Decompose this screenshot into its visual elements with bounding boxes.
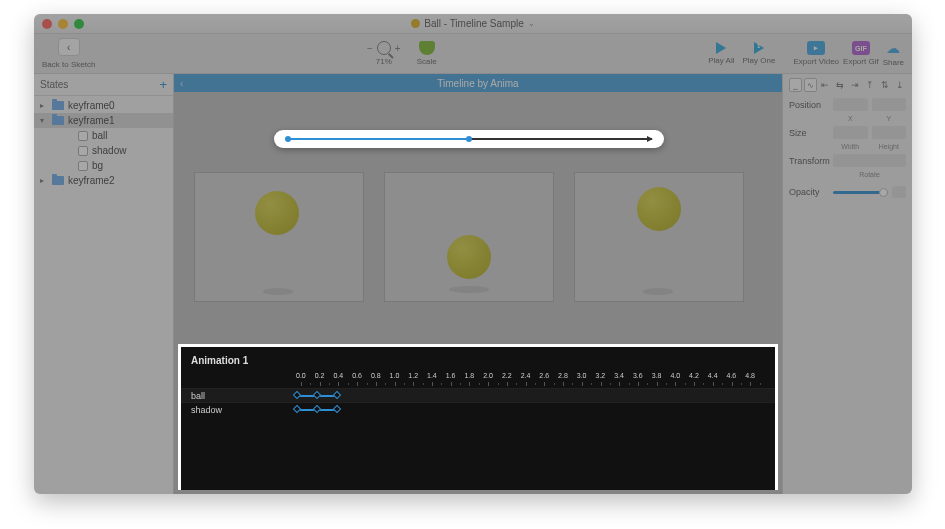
play-all-label: Play All xyxy=(708,56,734,65)
keyframe-preview-1[interactable] xyxy=(384,172,554,302)
play-one-icon[interactable]: 1 xyxy=(754,42,764,54)
timeline-track-row[interactable]: shadow xyxy=(181,402,775,416)
ball-icon xyxy=(447,235,491,279)
ruler-tick-label: 1.0 xyxy=(390,372,400,379)
ruler-tick-label: 2.4 xyxy=(521,372,531,379)
width-sublabel: Width xyxy=(833,143,868,150)
tree-item-label: ball xyxy=(92,130,108,141)
ruler-tick-label: 3.6 xyxy=(633,372,643,379)
ruler-tick-label: 1.4 xyxy=(427,372,437,379)
timeline-scrubber[interactable] xyxy=(274,130,664,148)
size-label: Size xyxy=(789,128,829,138)
disclosure-icon[interactable]: ▸ xyxy=(40,101,48,110)
window-title: Ball - Timeline Sample ⌄ xyxy=(34,18,912,29)
ruler-tick-label: 2.8 xyxy=(558,372,568,379)
ruler-tick-label: 2.0 xyxy=(483,372,493,379)
keyframe-preview-2[interactable] xyxy=(574,172,744,302)
disclosure-icon[interactable]: ▸ xyxy=(40,176,48,185)
back-label: Back to Sketch xyxy=(42,60,95,69)
align-left-icon[interactable]: ⇤ xyxy=(819,79,831,91)
track-lane[interactable] xyxy=(297,389,775,402)
zoom-percent: 71% xyxy=(376,57,392,66)
ruler-tick-label: 4.2 xyxy=(689,372,699,379)
align-center-icon[interactable]: ⇆ xyxy=(834,79,846,91)
scrubber-start-icon[interactable] xyxy=(285,136,291,142)
keyframe-diamond-icon[interactable] xyxy=(313,391,321,399)
scale-label: Scale xyxy=(417,57,437,66)
ruler-tick-label: 0.8 xyxy=(371,372,381,379)
align-bottom-icon[interactable]: ⤓ xyxy=(894,79,906,91)
ruler-tick-label: 2.2 xyxy=(502,372,512,379)
opacity-value-field[interactable] xyxy=(892,186,906,198)
tree-folder-row[interactable]: ▸keyframe2 xyxy=(34,173,173,188)
tree-item-label: keyframe1 xyxy=(68,115,115,126)
position-label: Position xyxy=(789,100,829,110)
position-y-field[interactable] xyxy=(872,98,907,111)
toolbar: ‹ Back to Sketch − + 71% Scale Play All … xyxy=(34,34,912,74)
canvas-area: ‹ Timeline by Anima Animation 1 0.00.20.… xyxy=(174,74,782,494)
tree-layer-row[interactable]: ball xyxy=(34,128,173,143)
ruler-tick-label: 4.8 xyxy=(745,372,755,379)
ruler-tick-label: 0.6 xyxy=(352,372,362,379)
zoom-in-button[interactable]: + xyxy=(395,43,401,54)
scrubber-playhead-icon[interactable] xyxy=(466,136,472,142)
rotate-field[interactable] xyxy=(833,154,906,167)
export-gif-icon[interactable]: GIF xyxy=(852,41,870,55)
disclosure-icon[interactable]: ▾ xyxy=(40,116,48,125)
scale-icon[interactable] xyxy=(419,41,435,55)
add-state-button[interactable]: + xyxy=(159,77,167,92)
track-lane[interactable] xyxy=(297,403,775,416)
position-x-field[interactable] xyxy=(833,98,868,111)
ruler-tick-label: 4.4 xyxy=(708,372,718,379)
export-video-icon[interactable]: ▸ xyxy=(807,41,825,55)
ball-icon xyxy=(637,187,681,231)
ruler-tick-label: 4.0 xyxy=(670,372,680,379)
magnifier-icon[interactable] xyxy=(377,41,391,55)
ruler-tick-label: 4.6 xyxy=(727,372,737,379)
timeline-track-row[interactable]: ball xyxy=(181,388,775,402)
inspector-tab-2[interactable]: ∿ xyxy=(804,78,817,92)
tree-folder-row[interactable]: ▸keyframe0 xyxy=(34,98,173,113)
opacity-thumb[interactable] xyxy=(879,188,888,197)
tree-layer-row[interactable]: bg xyxy=(34,158,173,173)
chevron-down-icon[interactable]: ⌄ xyxy=(528,19,535,28)
timeline-panel: Animation 1 0.00.20.40.60.81.01.21.41.61… xyxy=(178,344,778,490)
align-top-icon[interactable]: ⤒ xyxy=(864,79,876,91)
share-icon[interactable]: ☁ xyxy=(886,40,900,56)
align-middle-icon[interactable]: ⇅ xyxy=(879,79,891,91)
shadow-icon xyxy=(643,288,673,295)
keyframe-diamond-icon[interactable] xyxy=(333,405,341,413)
tree-layer-row[interactable]: shadow xyxy=(34,143,173,158)
zoom-out-button[interactable]: − xyxy=(367,43,373,54)
ruler-tick-label: 1.6 xyxy=(446,372,456,379)
titlebar: Ball - Timeline Sample ⌄ xyxy=(34,14,912,34)
layer-icon xyxy=(78,131,88,141)
export-video-label: Export Video xyxy=(793,57,839,66)
share-label: Share xyxy=(883,58,904,67)
animation-title: Animation 1 xyxy=(181,347,775,372)
size-height-field[interactable] xyxy=(872,126,907,139)
ruler-tick-label: 0.0 xyxy=(296,372,306,379)
play-all-icon[interactable] xyxy=(716,42,726,54)
title-text: Ball - Timeline Sample xyxy=(424,18,523,29)
size-width-field[interactable] xyxy=(833,126,868,139)
keyframe-diamond-icon[interactable] xyxy=(333,391,341,399)
inspector-tab-1[interactable]: ⎯ xyxy=(789,78,802,92)
app-window: Ball - Timeline Sample ⌄ ‹ Back to Sketc… xyxy=(34,14,912,494)
track-label: ball xyxy=(181,391,297,401)
canvas-header-title: Timeline by Anima xyxy=(437,78,518,89)
canvas-back-button[interactable]: ‹ xyxy=(180,78,183,89)
timeline-ruler[interactable]: 0.00.20.40.60.81.01.21.41.61.82.02.22.42… xyxy=(181,372,775,388)
folder-icon xyxy=(52,176,64,185)
inspector-panel: ⎯ ∿ ⇤ ⇆ ⇥ ⤒ ⇅ ⤓ Position XY Size WidthHe… xyxy=(782,74,912,494)
opacity-slider[interactable] xyxy=(833,191,888,194)
align-right-icon[interactable]: ⇥ xyxy=(849,79,861,91)
x-sublabel: X xyxy=(833,115,868,122)
ruler-tick-label: 0.4 xyxy=(333,372,343,379)
keyframe-preview-0[interactable] xyxy=(194,172,364,302)
layer-icon xyxy=(78,146,88,156)
keyframe-diamond-icon[interactable] xyxy=(313,405,321,413)
back-button[interactable]: ‹ xyxy=(58,38,80,56)
states-tree: ▸keyframe0▾keyframe1ballshadowbg▸keyfram… xyxy=(34,96,173,190)
tree-folder-row[interactable]: ▾keyframe1 xyxy=(34,113,173,128)
